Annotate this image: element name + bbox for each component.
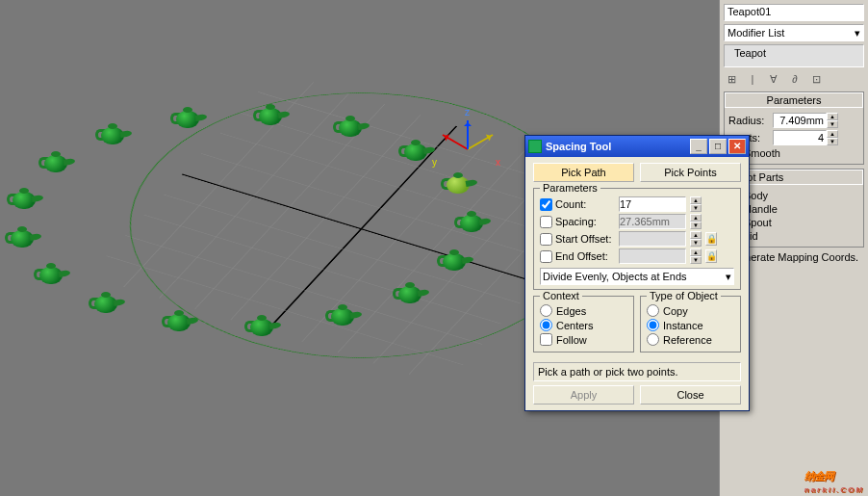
context-follow-label: Follow xyxy=(556,334,587,346)
teapot-instance[interactable] xyxy=(435,249,473,274)
axis-label-x: x xyxy=(496,157,500,168)
spin-up-icon[interactable]: ▲ xyxy=(827,130,838,138)
modifier-list-dropdown[interactable]: Modifier List ▾ xyxy=(724,24,864,41)
transform-gizmo[interactable]: x y z xyxy=(438,120,496,178)
chevron-down-icon: ▾ xyxy=(726,271,731,283)
radius-spinner[interactable]: ▲▼ xyxy=(773,113,838,128)
pin-stack-icon[interactable]: ⊞ xyxy=(724,73,739,86)
teapot-instance[interactable] xyxy=(243,315,281,340)
app-icon xyxy=(528,140,542,153)
spin-down-icon[interactable]: ▼ xyxy=(827,120,838,128)
spacing-label: Spacing: xyxy=(555,216,597,227)
close-dialog-button[interactable]: Close xyxy=(640,385,741,405)
spin-up-icon[interactable]: ▲ xyxy=(690,196,702,204)
spacing-mode-value: Divide Evenly, Objects at Ends xyxy=(543,271,687,282)
segments-input[interactable] xyxy=(773,130,827,145)
teapot-instance[interactable] xyxy=(168,107,207,132)
type-reference-radio[interactable] xyxy=(647,333,659,346)
count-checkbox[interactable] xyxy=(540,198,552,211)
context-centers-radio[interactable] xyxy=(540,319,552,331)
teapot-instance[interactable] xyxy=(87,292,125,317)
end-offset-label: End Offset: xyxy=(555,250,608,262)
end-offset-input[interactable] xyxy=(619,248,686,264)
type-instance-radio[interactable] xyxy=(647,319,659,331)
teapot-instance[interactable] xyxy=(323,304,362,329)
group-type-of-object: Type of Object Copy Instance Reference xyxy=(640,296,741,352)
type-reference-label: Reference xyxy=(663,334,712,346)
show-end-result-icon[interactable]: ∀ xyxy=(766,73,781,86)
spacing-tool-dialog[interactable]: Spacing Tool _ □ ✕ Pick Path Pick Points… xyxy=(524,135,750,411)
configure-sets-icon[interactable]: ⊡ xyxy=(808,73,824,86)
modifier-list-label: Modifier List xyxy=(728,27,784,39)
context-follow-checkbox[interactable] xyxy=(540,333,552,346)
start-offset-checkbox[interactable] xyxy=(540,233,552,246)
teapot-instance[interactable] xyxy=(37,151,75,176)
group-label-context: Context xyxy=(540,290,582,301)
start-offset-input[interactable] xyxy=(619,231,686,247)
stack-toolbar: ⊞ | ∀ ∂ ⊡ xyxy=(724,73,864,86)
spacing-checkbox[interactable] xyxy=(540,216,552,228)
spin-up-icon[interactable]: ▲ xyxy=(690,231,702,239)
group-context: Context Edges Centers Follow xyxy=(533,296,634,352)
count-label: Count: xyxy=(555,198,586,210)
pick-path-button[interactable]: Pick Path xyxy=(533,163,634,182)
teapot-instance[interactable] xyxy=(251,104,290,129)
teapot-instance[interactable] xyxy=(93,123,132,148)
group-label-parameters: Parameters xyxy=(540,182,600,194)
stack-item-teapot[interactable]: Teapot xyxy=(734,47,766,59)
axis-label-z: z xyxy=(465,107,470,117)
radius-label: Radius: xyxy=(728,115,771,126)
count-input[interactable] xyxy=(619,196,686,212)
spin-down-icon[interactable]: ▼ xyxy=(827,138,838,145)
type-instance-label: Instance xyxy=(663,320,703,331)
segments-spinner[interactable]: ▲▼ xyxy=(773,130,838,145)
spin-down-icon[interactable]: ▼ xyxy=(690,256,702,264)
context-centers-label: Centers xyxy=(556,320,594,331)
group-label-type: Type of Object xyxy=(647,290,721,301)
teapot-instance[interactable] xyxy=(3,226,41,251)
spin-up-icon[interactable]: ▲ xyxy=(690,214,702,222)
dialog-titlebar[interactable]: Spacing Tool _ □ ✕ xyxy=(525,136,749,157)
end-offset-checkbox[interactable] xyxy=(540,250,552,263)
close-button[interactable]: ✕ xyxy=(728,139,746,154)
teapot-instance[interactable] xyxy=(160,310,198,335)
lock-icon[interactable]: 🔒 xyxy=(705,232,717,246)
mapping-coords-label: enerate Mapping Coords. xyxy=(739,251,858,263)
type-copy-label: Copy xyxy=(663,305,688,317)
status-text: Pick a path or pick two points. xyxy=(533,362,741,381)
apply-button[interactable]: Apply xyxy=(533,385,634,405)
rollout-header-parameters[interactable]: Parameters xyxy=(725,92,863,108)
teapot-instance[interactable] xyxy=(396,140,435,165)
teapot-instance[interactable] xyxy=(5,188,43,213)
start-offset-label: Start Offset: xyxy=(555,233,612,245)
spacing-input[interactable] xyxy=(619,214,686,229)
dialog-title: Spacing Tool xyxy=(546,141,611,152)
lock-icon[interactable]: 🔒 xyxy=(705,249,717,263)
group-parameters: Parameters Count: ▲▼ Spacing: ▲▼ Start O… xyxy=(533,188,741,290)
axis-label-y: y xyxy=(432,157,437,168)
gizmo-z-axis[interactable] xyxy=(467,120,469,149)
make-unique-icon[interactable]: ∂ xyxy=(787,73,803,86)
spin-down-icon[interactable]: ▼ xyxy=(690,239,702,247)
maximize-button[interactable]: □ xyxy=(709,139,727,154)
teapot-instance[interactable] xyxy=(391,282,429,307)
type-copy-radio[interactable] xyxy=(647,304,659,317)
context-edges-label: Edges xyxy=(556,305,586,317)
minimize-button[interactable]: _ xyxy=(690,139,707,154)
gizmo-x-axis[interactable] xyxy=(443,134,469,150)
spin-down-icon[interactable]: ▼ xyxy=(690,204,702,212)
spacing-mode-dropdown[interactable]: Divide Evenly, Objects at Ends ▾ xyxy=(540,268,734,285)
divider-icon: | xyxy=(745,73,760,86)
pick-points-button[interactable]: Pick Points xyxy=(640,163,741,182)
context-edges-radio[interactable] xyxy=(540,304,552,317)
teapot-instance[interactable] xyxy=(452,211,491,236)
modifier-stack[interactable]: Teapot xyxy=(724,44,864,67)
radius-input[interactable] xyxy=(773,113,827,128)
teapot-instance[interactable] xyxy=(331,116,370,141)
teapot-instance[interactable] xyxy=(32,263,70,288)
spin-up-icon[interactable]: ▲ xyxy=(690,248,702,256)
object-name-field[interactable]: Teapot01 xyxy=(724,4,864,21)
spin-up-icon[interactable]: ▲ xyxy=(827,113,838,120)
spin-down-icon[interactable]: ▼ xyxy=(690,222,702,229)
gizmo-y-axis[interactable] xyxy=(468,134,494,150)
